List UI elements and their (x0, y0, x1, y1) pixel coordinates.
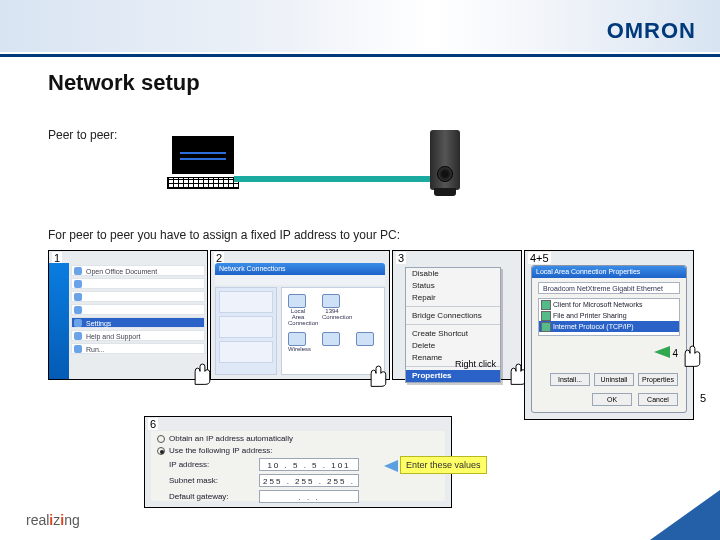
default-gateway-row: Default gateway: . . . (169, 490, 445, 503)
window-titlebar: Network Connections (215, 263, 385, 275)
connect-using-field: Broadcom NetXtreme Gigabit Ethernet (538, 282, 680, 294)
context-menu-separator (406, 324, 500, 326)
uninstall-button[interactable]: Uninstall (594, 373, 634, 386)
network-connection-icon[interactable] (356, 332, 376, 354)
camera-device-icon (430, 130, 460, 190)
step-panel-1: 1 Open Office Document Settings Help and… (48, 250, 208, 380)
start-menu-leftbar (49, 263, 69, 379)
list-item[interactable]: File and Printer Sharing (539, 310, 679, 321)
components-list: Client for Microsoft Networks File and P… (538, 298, 680, 336)
step-number: 3 (396, 252, 406, 264)
right-click-label: Right click (455, 359, 496, 369)
step-number: 4+5 (528, 252, 551, 264)
start-menu-item-selected[interactable]: Settings (71, 317, 205, 328)
context-menu-item[interactable]: Disable (406, 268, 500, 280)
context-menu-item[interactable]: Status (406, 280, 500, 292)
ip-address-field[interactable]: 10 . 5 . 5 . 101 (259, 458, 359, 471)
default-gateway-field[interactable]: . . . (259, 490, 359, 503)
pc-icon (172, 136, 234, 189)
step-number: 6 (148, 418, 158, 430)
context-menu-item-properties[interactable]: Properties (406, 370, 500, 382)
install-button[interactable]: Install... (550, 373, 590, 386)
cursor-hand-icon (677, 341, 703, 369)
list-item-tcpip[interactable]: Internet Protocol (TCP/IP) (539, 321, 679, 332)
context-menu-separator (406, 306, 500, 308)
context-menu-item[interactable]: Repair (406, 292, 500, 304)
network-connection-icon[interactable]: Wireless (288, 332, 308, 354)
ip-address-label: IP address: (169, 460, 259, 469)
ethernet-cable (234, 176, 430, 182)
instruction-text: For peer to peer you have to assign a fi… (48, 228, 400, 242)
brand-logo: OMRON (607, 18, 696, 44)
window-toolbar (215, 275, 385, 285)
subnet-mask-field[interactable]: 255 . 255 . 255 . 0 (259, 474, 359, 487)
start-menu-item[interactable] (71, 278, 205, 289)
callout-enter-values: Enter these values (400, 456, 487, 474)
header-rule (0, 54, 720, 57)
arrow-step-4: 4 (654, 346, 678, 360)
arrow-left-icon (384, 460, 398, 472)
radio-use-following[interactable]: Use the following IP address: (157, 446, 439, 455)
cursor-hand-icon (363, 361, 389, 389)
step-panel-4-5: 4+5 Local Area Connection Properties Bro… (524, 250, 694, 420)
subtitle: Peer to peer: (48, 128, 117, 142)
window-sidepane (215, 287, 277, 375)
context-menu-item[interactable]: Delete (406, 340, 500, 352)
subnet-mask-label: Subnet mask: (169, 476, 259, 485)
start-menu-items: Open Office Document Settings Help and S… (71, 265, 205, 356)
dialog-titlebar: Local Area Connection Properties (532, 266, 686, 278)
network-connection-icon[interactable]: 1394 Connection (322, 294, 342, 316)
properties-button[interactable]: Properties (638, 373, 678, 386)
context-menu-item[interactable]: Create Shortcut (406, 328, 500, 340)
properties-dialog: Local Area Connection Properties Broadco… (531, 265, 687, 413)
footer-logo: realizing (26, 512, 80, 528)
list-item[interactable]: Client for Microsoft Networks (539, 299, 679, 310)
step-panel-2: 2 Network Connections Local Area Connect… (210, 250, 390, 380)
start-menu-item[interactable]: Help and Support (71, 330, 205, 341)
network-connection-icon[interactable] (322, 332, 342, 354)
start-menu-item[interactable]: Run... (71, 343, 205, 354)
subnet-mask-row: Subnet mask: 255 . 255 . 255 . 0 (169, 474, 445, 487)
cancel-button[interactable]: Cancel (638, 393, 678, 406)
dialog-ok-buttons: OK Cancel (592, 393, 678, 406)
step-panel-3: 3 Disable Status Repair Bridge Connectio… (392, 250, 522, 380)
radio-obtain-auto[interactable]: Obtain an IP address automatically (157, 434, 439, 443)
slide-title: Network setup (48, 70, 200, 96)
corner-decoration (650, 490, 720, 540)
context-menu-item[interactable]: Bridge Connections (406, 310, 500, 322)
ok-button[interactable]: OK (592, 393, 632, 406)
network-connection-icon[interactable]: Local Area Connection (288, 294, 308, 316)
step-5-label: 5 (700, 392, 706, 404)
start-menu-item[interactable] (71, 304, 205, 315)
start-menu-item[interactable]: Open Office Document (71, 265, 205, 276)
start-menu-item[interactable] (71, 291, 205, 302)
dialog-mid-buttons: Install... Uninstall Properties (540, 373, 678, 386)
default-gateway-label: Default gateway: (169, 492, 259, 501)
